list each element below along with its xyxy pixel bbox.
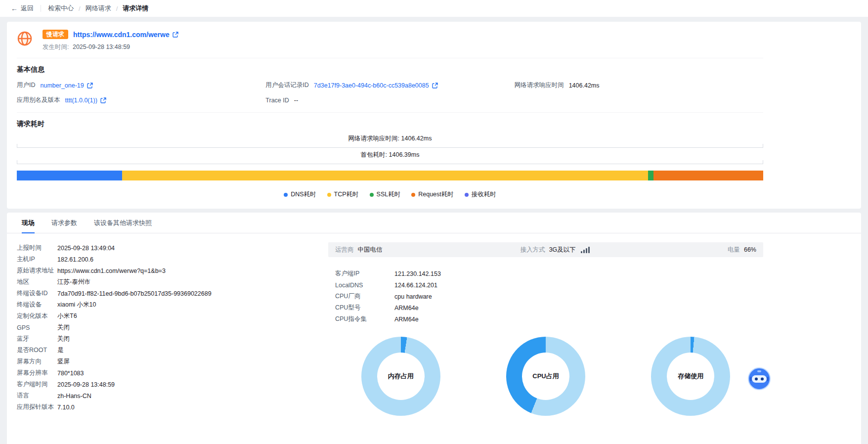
- field-row: 是否ROOT 是: [17, 345, 313, 356]
- field-label: 客户端时间: [17, 380, 57, 389]
- field-label: 原始请求地址: [17, 266, 57, 275]
- field-label: 语言: [17, 392, 57, 400]
- legend-item: TCP耗时: [327, 190, 359, 199]
- external-link-icon[interactable]: [100, 97, 106, 103]
- info-field-label: 应用别名及版本: [17, 96, 60, 104]
- timing-bracket-total: 网络请求响应时间: 1406.42ms: [17, 134, 763, 148]
- breadcrumb-item[interactable]: 网络请求: [86, 4, 111, 13]
- timing-legend: DNS耗时 TCP耗时 SSL耗时 Request耗时 接收耗时: [17, 190, 763, 201]
- field-row: LocalDNS 124.66.124.201: [335, 279, 756, 291]
- field-label: 上报时间: [17, 244, 57, 252]
- field-row: 客户端时间 2025-09-28 13:48:59: [17, 379, 313, 390]
- field-label: 应用探针版本: [17, 403, 57, 411]
- legend-item: 接收耗时: [465, 190, 496, 199]
- field-row: 屏幕方向 竖屏: [17, 356, 313, 367]
- info-field-label: 网络请求响应时间: [515, 81, 564, 89]
- back-button[interactable]: ← 返回: [11, 4, 34, 13]
- donut-hole: 存储使用: [667, 353, 714, 400]
- assistant-robot-button[interactable]: [747, 367, 771, 391]
- donut-chart: CPU占用: [473, 337, 618, 416]
- field-row: CPU型号 ARM64e: [335, 302, 756, 313]
- field-row: 屏幕分辨率 780*1083: [17, 367, 313, 379]
- tab[interactable]: 该设备其他请求快照: [94, 213, 152, 233]
- timing-bar-segment: [17, 171, 122, 180]
- tab[interactable]: 请求参数: [51, 213, 77, 233]
- info-field-label: Trace ID: [265, 97, 289, 104]
- access-label: 接入方式: [521, 246, 545, 254]
- legend-label: SSL耗时: [377, 190, 401, 199]
- field-value: 121.230.142.153: [394, 270, 441, 277]
- info-field-value[interactable]: 7d3e17f9-3ae0-494c-b60c-cc539a8e0085: [314, 82, 429, 89]
- info-field-label: 用户ID: [17, 81, 36, 89]
- slow-request-badge: 慢请求: [43, 30, 68, 39]
- field-row: 客户端IP 121.230.142.153: [335, 268, 756, 279]
- carrier-group: 运营商 中国电信: [335, 246, 383, 254]
- external-link-icon[interactable]: [87, 83, 93, 89]
- battery-group: 电量 66%: [728, 246, 756, 254]
- external-link-icon[interactable]: [432, 83, 438, 89]
- field-label: 屏幕分辨率: [17, 369, 57, 377]
- field-label: CPU厂商: [335, 292, 394, 301]
- timing-section: 请求耗时 网络请求响应时间: 1406.42ms 首包耗时: 1406.39ms…: [17, 113, 763, 201]
- donut-ring: 存储使用: [651, 337, 730, 416]
- field-row: 终端设备 xiaomi 小米10: [17, 299, 313, 311]
- info-field-value[interactable]: tttt(1.0.0(1)): [65, 97, 97, 104]
- battery-label: 电量: [728, 246, 740, 254]
- legend-item: SSL耗时: [370, 190, 401, 199]
- field-label: 是否ROOT: [17, 346, 57, 355]
- legend-label: 接收耗时: [472, 190, 496, 199]
- field-row: 上报时间 2025-09-28 13:49:04: [17, 242, 313, 254]
- field-value: ARM64e: [394, 305, 419, 311]
- legend-dot-icon: [327, 193, 331, 197]
- timing-bracket-first-packet-label: 首包耗时: 1406.39ms: [361, 151, 420, 158]
- field-label: CPU型号: [335, 304, 394, 312]
- field-value: 江苏-泰州市: [57, 278, 90, 286]
- assistant-robot-icon: [747, 367, 771, 391]
- field-row: 地区 江苏-泰州市: [17, 276, 313, 288]
- donut-chart: 存储使用: [618, 337, 763, 416]
- field-row: 原始请求地址 https://www.cdn1.com/werwe?q=1&b=…: [17, 265, 313, 276]
- field-value: xiaomi 小米10: [57, 301, 96, 309]
- info-field: 用户会话记录ID 7d3e17f9-3ae0-494c-b60c-cc539a8…: [265, 81, 514, 89]
- breadcrumb: 检索中心/网络请求/请求详情: [48, 4, 148, 13]
- carrier-value: 中国电信: [358, 246, 383, 254]
- field-value: 竖屏: [57, 357, 70, 366]
- scene-field-list: 上报时间 2025-09-28 13:49:04 主机IP 182.61.200…: [17, 242, 313, 416]
- request-url-link[interactable]: https://www.cdn1.com/werwe: [73, 31, 170, 39]
- breadcrumb-item: 请求详情: [123, 4, 148, 13]
- access-group: 接入方式 3G及以下: [521, 246, 590, 254]
- field-label: 客户端IP: [335, 269, 394, 278]
- tab[interactable]: 现场: [22, 213, 35, 233]
- field-value: 7da70d91-ff82-11ed-9bd6-b07b25017d35-993…: [57, 290, 212, 297]
- globe-icon: [17, 31, 33, 46]
- tab-bar: 现场请求参数该设备其他请求快照: [7, 213, 861, 233]
- detail-card: 现场请求参数该设备其他请求快照 上报时间 2025-09-28 13:49:04…: [7, 213, 861, 444]
- legend-item: DNS耗时: [284, 190, 316, 199]
- field-row: CPU指令集 ARM64e: [335, 313, 756, 325]
- field-value: https://www.cdn1.com/werwe?q=1&b=3: [57, 267, 166, 274]
- info-field: 应用别名及版本 tttt(1.0.0(1)): [17, 96, 265, 104]
- back-label: 返回: [21, 4, 34, 13]
- carrier-label: 运营商: [335, 246, 354, 254]
- field-value: 是: [57, 346, 64, 355]
- field-value: 780*1083: [57, 370, 84, 377]
- legend-label: DNS耗时: [291, 190, 316, 199]
- field-label: 地区: [17, 278, 57, 286]
- info-field-value: --: [294, 97, 298, 104]
- breadcrumb-separator: /: [79, 5, 81, 12]
- back-arrow-icon: ←: [11, 5, 18, 12]
- info-field-value[interactable]: number_one-19: [41, 82, 84, 89]
- external-link-icon[interactable]: [173, 32, 178, 38]
- field-value: 2025-09-28 13:48:59: [57, 381, 115, 388]
- field-row: 主机IP 182.61.200.6: [17, 254, 313, 265]
- field-label: GPS: [17, 324, 57, 331]
- legend-label: TCP耗时: [334, 190, 359, 199]
- donut-label: 存储使用: [678, 372, 703, 381]
- breadcrumb-divider: [41, 5, 41, 12]
- timing-bracket-first-packet: 首包耗时: 1406.39ms: [17, 151, 763, 164]
- battery-value: 66%: [744, 246, 756, 253]
- breadcrumb-item[interactable]: 检索中心: [48, 4, 74, 13]
- field-label: 终端设备: [17, 301, 57, 309]
- basic-info-grid: 用户ID number_one-19 用户会话记录ID 7d3e17f9-3ae…: [17, 81, 763, 104]
- breadcrumb-bar: ← 返回 检索中心/网络请求/请求详情: [0, 0, 868, 17]
